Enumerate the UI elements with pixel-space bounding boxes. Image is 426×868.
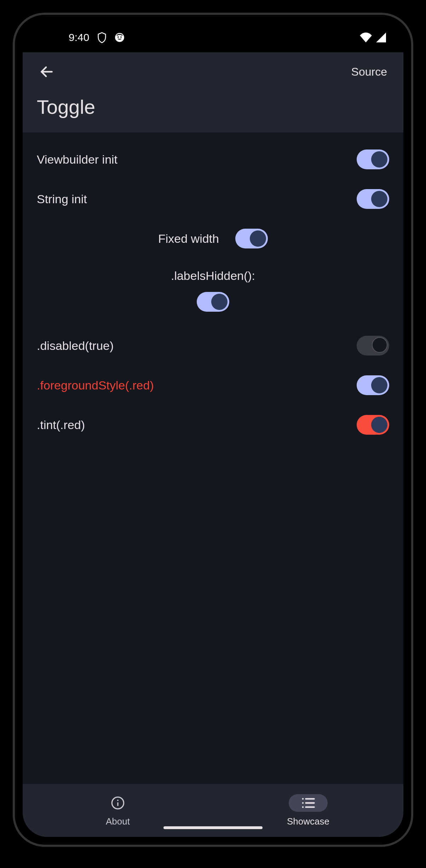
row-foreground-red: .foregroundStyle(.red) [37,365,389,405]
svg-point-10 [302,798,304,800]
wifi-icon [359,33,372,42]
toggle-foreground-red[interactable] [357,375,389,395]
info-icon [111,796,125,810]
toggle-tint-red[interactable] [357,415,389,435]
status-time: 9:40 [69,31,89,43]
cell-signal-icon [376,33,386,42]
row-tint-red: .tint(.red) [37,405,389,445]
row-string: String init [37,179,389,219]
toggle-labels-hidden[interactable] [197,292,229,312]
row-disabled: .disabled(true) [37,326,389,365]
toggle-fixed-width[interactable] [235,229,268,248]
face-icon [115,33,125,42]
svg-point-11 [302,802,304,804]
svg-point-2 [121,36,122,38]
list-icon [301,797,315,809]
content-area: Viewbuilder init String init Fixed width… [23,133,403,784]
label-string: String init [37,192,87,206]
nav-about-label: About [106,816,130,827]
toggle-disabled [357,336,389,356]
status-bar: 9:40 [23,23,403,52]
nav-about[interactable]: About [23,794,213,827]
label-foreground-red: .foregroundStyle(.red) [37,379,154,392]
label-tint-red: .tint(.red) [37,418,85,432]
svg-point-1 [117,36,119,38]
nav-showcase[interactable]: Showcase [213,794,403,827]
row-fixed-width: Fixed width [37,219,389,258]
svg-point-12 [302,806,304,808]
app-header: Source Toggle [23,52,403,133]
back-button[interactable] [37,62,57,82]
toggle-string[interactable] [357,189,389,209]
nav-showcase-label: Showcase [287,816,329,827]
svg-point-6 [117,799,119,801]
toggle-viewbuilder[interactable] [357,149,389,169]
source-link[interactable]: Source [349,63,389,81]
page-title: Toggle [37,95,389,118]
label-labels-hidden-caption: .labelsHidden(): [37,269,389,283]
shield-icon [97,32,107,43]
row-viewbuilder: Viewbuilder init [37,140,389,179]
label-viewbuilder: Viewbuilder init [37,153,117,166]
label-fixed-width: Fixed width [158,232,219,246]
label-disabled: .disabled(true) [37,339,114,353]
home-indicator[interactable] [163,826,263,829]
